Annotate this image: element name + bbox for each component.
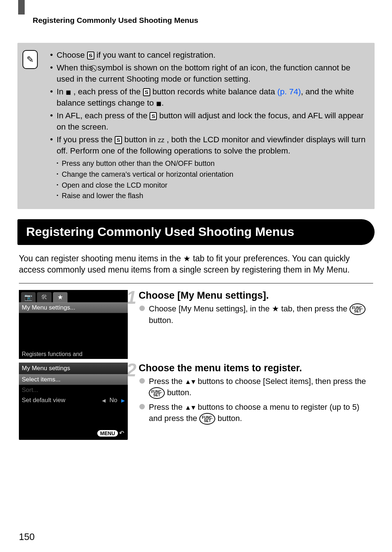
running-head: Registering Commonly Used Shooting Menus [0, 0, 392, 25]
cancel-shortcut-icon: S [87, 52, 94, 60]
note-subitem: Change the camera's vertical or horizont… [57, 169, 367, 180]
step-bullet: Press the ▲▼ buttons to choose a menu to… [139, 402, 373, 425]
shortcut-s-icon: S [115, 136, 122, 144]
text: button. [149, 316, 173, 325]
text: button in [124, 135, 158, 144]
func-set-button-icon: FUNC.SET [199, 413, 215, 425]
text: symbol is shown on the bottom right of a… [57, 63, 350, 83]
step-bullet: Press the ▲▼ buttons to choose [Select i… [139, 376, 373, 399]
note-item: In ◼ , each press of the S button record… [50, 86, 367, 109]
tools-tab-icon: 🛠 [37, 292, 52, 302]
left-arrow-icon: ◀ [102, 398, 106, 403]
note-subitem: Open and close the LCD monitor [57, 180, 367, 191]
camera-tab-icon: 📷 [21, 292, 36, 302]
up-down-icon: ▲▼ [185, 404, 196, 411]
page-ref-link[interactable]: (p. 74) [277, 87, 301, 96]
note-item: In AFL, each press of the S button will … [50, 110, 367, 132]
star-tab-icon: ★ [53, 292, 68, 302]
wb-icon: ◼ [156, 99, 162, 108]
step-heading: 2 Choose the menu items to register. [139, 363, 373, 374]
note-item: If you press the S button in zz , both t… [50, 134, 367, 201]
step-heading: 1 Choose [My Menu settings]. [139, 290, 373, 301]
step-bullet: Choose [My Menu settings], in the ★ tab,… [139, 303, 373, 326]
text: Press the [149, 377, 185, 386]
note-box: ✎ Choose S if you want to cancel registr… [17, 43, 375, 209]
menu-back-button: MENU [97, 430, 118, 437]
shortcut-s-icon: S [150, 112, 157, 120]
text: button records white balance data [152, 87, 277, 96]
wb-icon: ◼ [66, 88, 71, 97]
text: Press the [149, 402, 185, 412]
page-tab-marker [18, 0, 25, 15]
menu-row-label: Set default view [22, 397, 65, 404]
page-number: 150 [19, 531, 34, 543]
back-arrow-icon: ↶ [119, 430, 124, 437]
camera-help-text: Registers functions and [19, 349, 128, 359]
camera-screen-title: My Menu settings [19, 363, 128, 374]
menu-row-selected: Select items... [19, 374, 128, 385]
text: You can register shooting menu items in … [19, 254, 183, 263]
text: . [162, 98, 164, 107]
intro-paragraph: You can register shooting menu items in … [19, 253, 373, 276]
up-down-icon: ▲▼ [185, 378, 196, 385]
sleep-icon: zz [158, 136, 164, 145]
text: When this [57, 63, 95, 72]
text: In [57, 87, 66, 96]
func-set-button-icon: FUNC.SET [350, 303, 366, 315]
note-subitem: Raise and lower the flash [57, 191, 367, 201]
step-title: Choose the menu items to register. [139, 363, 302, 373]
menu-row: Set default view ◀ No ▶ [19, 395, 128, 405]
star-tab-icon: ★ [272, 304, 279, 313]
note-item: When this ⃠ symbol is shown on the botto… [50, 62, 367, 85]
text: button. [167, 388, 191, 397]
right-arrow-icon: ▶ [121, 398, 125, 403]
note-item: Choose S if you want to cancel registrat… [50, 49, 367, 61]
shortcut-s-icon: S [143, 88, 150, 96]
text: In AFL, each press of the [57, 111, 150, 120]
note-subitem: Press any button other than the ON/OFF b… [57, 159, 367, 169]
menu-row-value: No [110, 397, 118, 404]
separator [19, 283, 373, 283]
section-heading: Registering Commonly Used Shooting Menus [17, 219, 375, 245]
menu-row-disabled: Sort... [19, 385, 128, 395]
camera-screenshot-mymenu-tab: 📷 🛠 ★ My Menu settings... Registers func… [19, 290, 128, 359]
text: If you press the [57, 135, 115, 144]
text: , each press of the [73, 87, 143, 96]
func-set-button-icon: FUNC.SET [149, 387, 165, 399]
camera-screenshot-mymenu-settings: My Menu settings Select items... Sort...… [19, 363, 128, 440]
star-tab-icon: ★ [183, 254, 191, 263]
step-title: Choose [My Menu settings]. [139, 290, 269, 301]
text: Choose [My Menu settings], in the [149, 304, 272, 313]
text: if you want to cancel registration. [97, 50, 216, 60]
menu-row-selected: My Menu settings... [19, 302, 128, 313]
text: Choose [57, 50, 87, 60]
pencil-icon: ✎ [23, 50, 38, 69]
text: buttons to choose [Select items], then p… [198, 377, 366, 386]
step-number: 2 [126, 360, 136, 381]
step-number: 1 [126, 287, 136, 308]
text: button. [218, 414, 242, 423]
text: tab, then press the [281, 304, 350, 313]
